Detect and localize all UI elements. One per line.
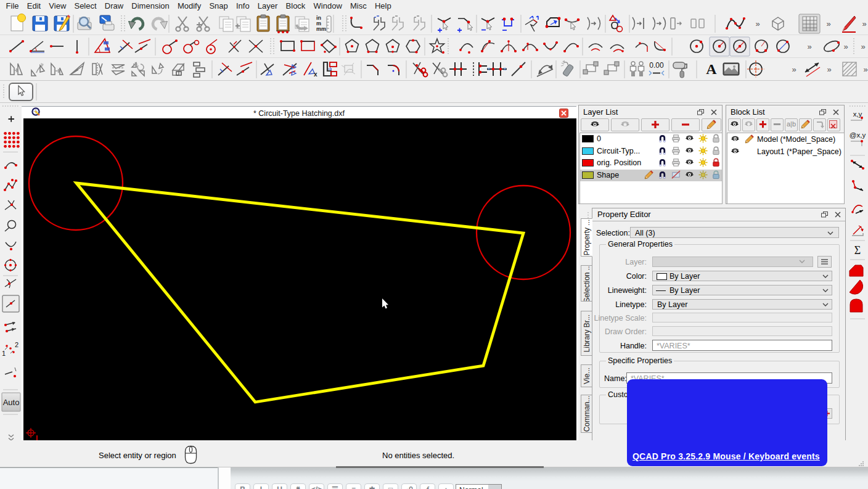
svg-text:x: x bbox=[314, 71, 317, 78]
svg-text:»: » bbox=[792, 65, 796, 74]
svg-text:Σ: Σ bbox=[854, 244, 861, 257]
svg-text:»: » bbox=[843, 42, 848, 51]
svg-text:»: » bbox=[862, 19, 866, 28]
svg-text:mm: mm bbox=[316, 26, 326, 32]
svg-text:»: » bbox=[807, 42, 811, 51]
svg-text:1: 1 bbox=[2, 350, 6, 357]
svg-text:Property ...: Property ... bbox=[583, 220, 591, 256]
svg-text:x,y: x,y bbox=[853, 110, 862, 118]
svg-text:»: » bbox=[826, 19, 830, 28]
svg-text:Auto: Auto bbox=[3, 398, 20, 407]
svg-text:Selection ...: Selection ... bbox=[583, 266, 591, 301]
svg-text:0.00: 0.00 bbox=[649, 61, 664, 70]
svg-text:Comman...: Comman... bbox=[583, 396, 591, 432]
svg-text:Vie...: Vie... bbox=[583, 368, 591, 384]
svg-text:»: » bbox=[861, 42, 865, 51]
svg-text:»: » bbox=[827, 65, 831, 74]
svg-text:@x,y: @x,y bbox=[850, 131, 866, 139]
svg-text:A: A bbox=[706, 61, 717, 77]
svg-text:»: » bbox=[863, 65, 867, 74]
svg-text:2: 2 bbox=[15, 341, 18, 348]
svg-text:»: » bbox=[755, 19, 760, 28]
svg-text:Library Br...: Library Br... bbox=[583, 314, 591, 352]
